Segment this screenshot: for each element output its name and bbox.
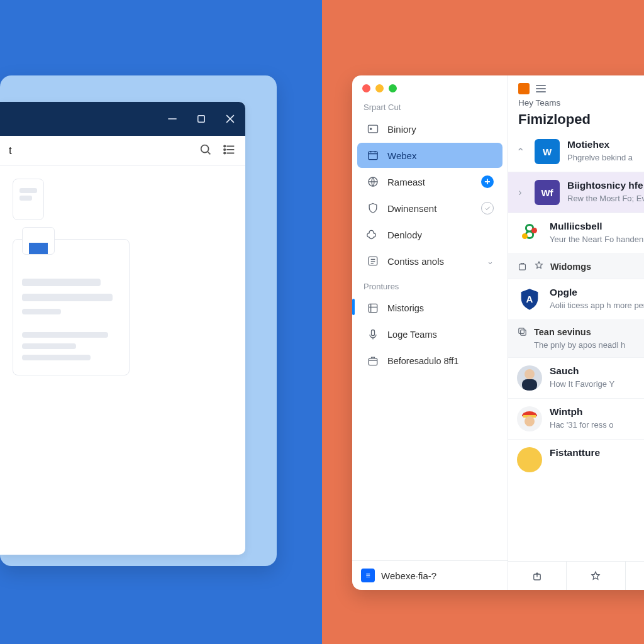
chevron-right-icon[interactable]: › (513, 180, 527, 205)
sidebar-item-label: Biniory (387, 124, 494, 135)
svg-point-22 (525, 416, 535, 426)
section-sub: The pnly by apos neadl h (517, 340, 644, 351)
calendar-icon (366, 148, 380, 162)
check-badge (481, 202, 494, 214)
main-header: Hey Teams Fimizloped (508, 75, 644, 131)
list-icon (366, 254, 380, 268)
mac-close-button[interactable] (362, 84, 370, 92)
word-icon: W (535, 139, 560, 164)
list-icon[interactable] (223, 143, 236, 159)
brain-icon (366, 228, 380, 242)
svg-rect-11 (372, 330, 375, 336)
svg-rect-17 (519, 328, 525, 334)
sidebar-footer[interactable]: ≡ Webexe·fia-? (352, 560, 508, 590)
avatar (517, 447, 542, 472)
sidebar-item-biniory[interactable]: Biniory (357, 116, 502, 142)
feed-item[interactable]: A Opgle Aolii ticess app h more per, did… (508, 279, 644, 319)
toolbar-next[interactable] (625, 562, 645, 590)
chevron-down-icon: ⌄ (486, 257, 494, 266)
avatar (517, 365, 542, 391)
search-icon[interactable] (199, 143, 213, 159)
sidebar-section-label: Srpart Cut (352, 95, 508, 116)
feed-sub: Aolii ticess app h more per, diderde (550, 300, 644, 311)
feed-item[interactable]: ⌃ W Motiehex Phgrelve bekind a (508, 131, 644, 172)
maximize-button[interactable] (195, 113, 208, 125)
feed-title: Mulliicsbell (550, 221, 644, 232)
feed-person[interactable]: Sauch How It Favorige Y (508, 357, 644, 398)
sidebar-item-label: Webex (387, 150, 494, 161)
avatar (517, 406, 542, 431)
mac-zoom-button[interactable] (389, 84, 397, 92)
card-icon (366, 122, 380, 136)
svg-point-19 (525, 369, 535, 379)
microphone-icon (366, 328, 380, 341)
feed-sub: Yeur the Neart Fo handen ised cron (550, 234, 644, 245)
sidebar-item-mistorigs[interactable]: Mistorigs (357, 296, 502, 321)
svg-rect-15 (519, 264, 526, 270)
star-icon (534, 260, 544, 272)
feed: ⌃ W Motiehex Phgrelve bekind a › Wf Biig… (508, 131, 644, 561)
feed-person[interactable]: Wintph Hac '31 for ress o (508, 398, 644, 439)
svg-rect-18 (521, 330, 526, 336)
svg-rect-0 (198, 116, 205, 123)
bottom-toolbar (508, 561, 644, 590)
svg-rect-20 (522, 379, 537, 391)
left-window: t (0, 75, 277, 566)
sidebar-item-contiss[interactable]: Contiss anols ⌄ (357, 248, 502, 274)
feed-sub: How It Favorige Y (550, 379, 614, 390)
feed-title: Biightosnicy hfe (567, 180, 644, 191)
placeholder-panel (13, 239, 130, 375)
svg-rect-12 (369, 358, 377, 365)
section-title: Widomgs (550, 262, 591, 272)
left-body (0, 166, 245, 388)
sidebar-item-label: Mistorigs (387, 303, 494, 313)
feed-sub: Phgrelve bekind a (567, 152, 633, 164)
sidebar-item-label: Denlody (387, 230, 494, 240)
sidebar-item-dwinensent[interactable]: Dwinensent (357, 196, 502, 221)
mac-minimize-button[interactable] (375, 84, 384, 92)
app-badge-icon (518, 83, 530, 94)
feed-section[interactable]: Widomgs (508, 253, 644, 279)
section-title: Tean sevinus (534, 327, 591, 337)
sidebar-item-label: Dwinensent (387, 203, 474, 214)
feed-item[interactable]: Mulliicsbell Yeur the Neart Fo handen is… (508, 213, 644, 253)
titlebar (0, 102, 245, 136)
copy-icon (517, 326, 528, 337)
archive-icon (366, 301, 380, 315)
sidebar-item-webex[interactable]: Webex (357, 143, 502, 168)
feed-person[interactable]: Fistantture (508, 439, 644, 480)
package-icon (366, 354, 380, 368)
toolbar-upload[interactable] (508, 562, 566, 590)
minimize-button[interactable] (166, 113, 179, 125)
svg-rect-5 (369, 125, 378, 133)
hamburger-icon[interactable] (536, 85, 546, 92)
toolbar-star[interactable] (566, 562, 625, 590)
sidebar-item-beforesadulo[interactable]: Beforesadulo 8ff1 (357, 348, 502, 374)
chevron-up-icon[interactable]: ⌃ (513, 139, 527, 164)
svg-point-3 (224, 148, 225, 150)
sidebar-accent (352, 299, 355, 315)
plus-badge[interactable]: + (481, 175, 494, 188)
placeholder-card (13, 179, 44, 220)
svg-point-13 (531, 228, 537, 233)
sidebar-item-rameast[interactable]: Rameast + (357, 169, 502, 194)
thumbnail-icon (22, 227, 55, 255)
svg-rect-10 (369, 304, 377, 312)
sidebar-item-label: Beforesadulo 8ff1 (387, 356, 494, 366)
feed-title: Wintph (550, 406, 613, 418)
subtitle: Hey Teams (518, 98, 644, 108)
close-button[interactable] (224, 113, 236, 125)
sidebar-item-label: Loge Teams (387, 330, 494, 340)
svg-point-14 (522, 233, 528, 239)
feed-sub: Hac '31 for ress o (550, 419, 613, 431)
svg-point-4 (224, 152, 225, 153)
sidebar-item-denlody[interactable]: Denlody (357, 222, 502, 247)
sidebar-item-loge-teams[interactable]: Loge Teams (357, 322, 502, 347)
feed-title: Sauch (550, 365, 614, 377)
feed-section[interactable]: Tean sevinus The pnly by apos neadl h (508, 319, 644, 357)
feed-item[interactable]: › Wf Biightosnicy hfe Rew the Mosrt Fo; … (508, 172, 644, 213)
sidebar-section-label-2: Prontures (352, 274, 508, 295)
sidebar-item-label: Contiss anols (387, 256, 478, 267)
shield-icon (366, 201, 380, 215)
feed-title: Opgle (550, 287, 644, 298)
